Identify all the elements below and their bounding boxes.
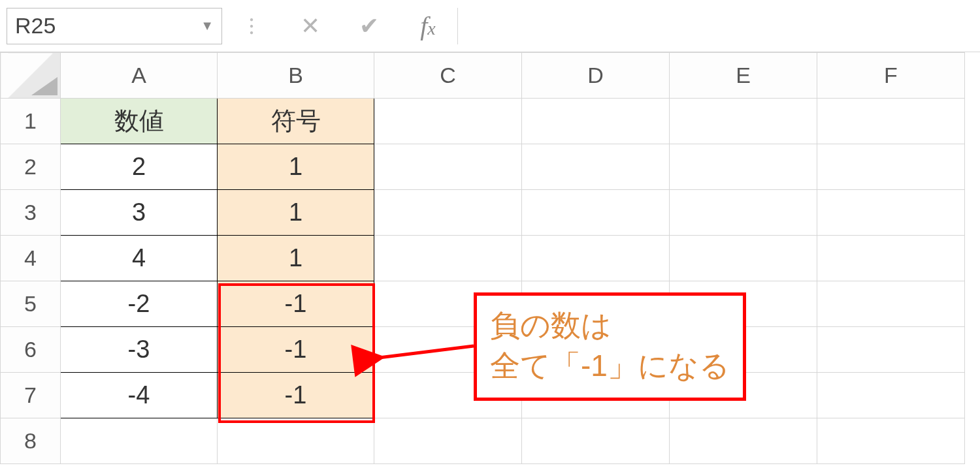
cell-f5[interactable]	[817, 281, 965, 327]
row-header-3[interactable]: 3	[1, 190, 61, 236]
cell-a4[interactable]: 4	[61, 236, 218, 281]
chevron-down-icon[interactable]: ▼	[201, 18, 214, 33]
callout-line2: 全て「-1」になる	[490, 345, 730, 386]
row-header-1[interactable]: 1	[1, 99, 61, 144]
row-header-6[interactable]: 6	[1, 327, 61, 373]
name-box[interactable]: R25 ▼	[7, 8, 222, 44]
cell-a8[interactable]	[61, 418, 218, 464]
cell-d2[interactable]	[522, 144, 670, 190]
cell-e2[interactable]	[670, 144, 817, 190]
col-header-d[interactable]: D	[522, 53, 670, 99]
cell-c2[interactable]	[374, 144, 522, 190]
menu-dots-icon[interactable]: ●●●	[222, 8, 281, 44]
row-header-8[interactable]: 8	[1, 418, 61, 464]
cell-b3[interactable]: 1	[218, 190, 374, 236]
col-header-f[interactable]: F	[817, 53, 965, 99]
formula-bar: R25 ▼ ●●● ✕ ✔ fx	[0, 0, 980, 52]
cell-e4[interactable]	[670, 236, 817, 281]
enter-icon[interactable]: ✔	[340, 8, 399, 44]
cell-a2[interactable]: 2	[61, 144, 218, 190]
col-header-c[interactable]: C	[374, 53, 522, 99]
col-header-e[interactable]: E	[670, 53, 817, 99]
cell-a1[interactable]: 数値	[61, 99, 218, 144]
cell-e1[interactable]	[670, 99, 817, 144]
cell-f1[interactable]	[817, 99, 965, 144]
cell-f6[interactable]	[817, 327, 965, 373]
cell-a3[interactable]: 3	[61, 190, 218, 236]
callout-line1: 負の数は	[490, 305, 730, 345]
cell-a7[interactable]: -4	[61, 373, 218, 418]
cell-d4[interactable]	[522, 236, 670, 281]
row-header-2[interactable]: 2	[1, 144, 61, 190]
select-all-corner[interactable]	[1, 53, 61, 99]
cell-b1[interactable]: 符号	[218, 99, 374, 144]
formula-input[interactable]	[457, 8, 980, 44]
annotation-callout: 負の数は 全て「-1」になる	[474, 292, 746, 401]
row-header-4[interactable]: 4	[1, 236, 61, 281]
cell-e3[interactable]	[670, 190, 817, 236]
cell-b7[interactable]: -1	[218, 373, 374, 418]
cell-f2[interactable]	[817, 144, 965, 190]
col-header-b[interactable]: B	[218, 53, 374, 99]
cell-a6[interactable]: -3	[61, 327, 218, 373]
name-box-value: R25	[15, 13, 56, 39]
cell-a5[interactable]: -2	[61, 281, 218, 327]
row-header-5[interactable]: 5	[1, 281, 61, 327]
cancel-icon[interactable]: ✕	[281, 8, 340, 44]
fx-icon[interactable]: fx	[399, 8, 457, 44]
cell-c4[interactable]	[374, 236, 522, 281]
cell-f8[interactable]	[817, 418, 965, 464]
cell-e8[interactable]	[670, 418, 817, 464]
row-header-7[interactable]: 7	[1, 373, 61, 418]
cell-c1[interactable]	[374, 99, 522, 144]
cell-f4[interactable]	[817, 236, 965, 281]
cell-c3[interactable]	[374, 190, 522, 236]
cell-b5[interactable]: -1	[218, 281, 374, 327]
spreadsheet-grid[interactable]: A B C D E F 1 数値 符号 2 2 1 3 3 1	[0, 52, 980, 464]
col-header-a[interactable]: A	[61, 53, 218, 99]
cell-b8[interactable]	[218, 418, 374, 464]
cell-b2[interactable]: 1	[218, 144, 374, 190]
cell-f7[interactable]	[817, 373, 965, 418]
cell-c8[interactable]	[374, 418, 522, 464]
cell-f3[interactable]	[817, 190, 965, 236]
cell-d3[interactable]	[522, 190, 670, 236]
cell-d8[interactable]	[522, 418, 670, 464]
cell-d1[interactable]	[522, 99, 670, 144]
cell-b6[interactable]: -1	[218, 327, 374, 373]
cell-b4[interactable]: 1	[218, 236, 374, 281]
